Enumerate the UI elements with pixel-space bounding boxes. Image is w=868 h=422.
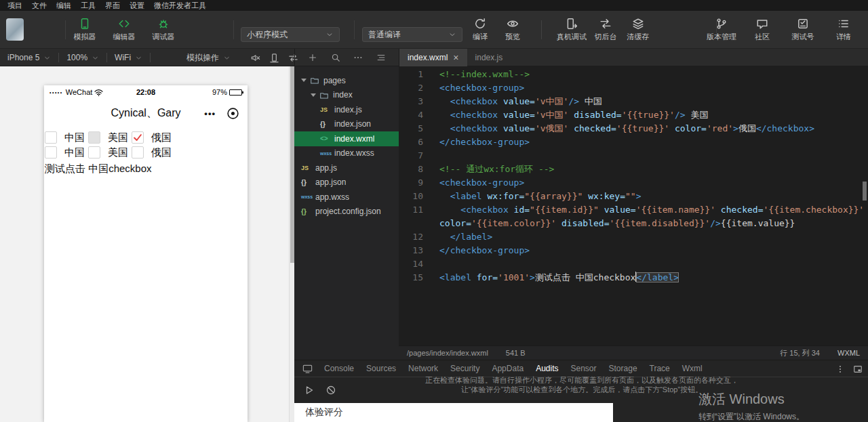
line-content: <checkbox value='v俄国' checked='{{true}}'…: [431, 122, 868, 135]
more-menu-icon[interactable]: •••: [204, 108, 216, 119]
mute-button[interactable]: [250, 53, 260, 63]
code-line-9[interactable]: 9<checkbox-group>: [399, 176, 868, 190]
debugger-label: 调试器: [153, 32, 175, 42]
file-item-index.wxss[interactable]: wxssindex.wxss: [294, 146, 399, 161]
code-line-13[interactable]: 13</checkbox-group>: [399, 244, 868, 257]
outline-button[interactable]: [376, 53, 386, 62]
details-button[interactable]: 详情: [829, 18, 859, 42]
simulator-scrollbar[interactable]: [289, 66, 294, 422]
devtools-tab-appdata[interactable]: AppData: [486, 360, 530, 377]
debugger-button[interactable]: 调试器: [149, 18, 178, 42]
devtools-tab-sensor[interactable]: Sensor: [565, 360, 603, 377]
code-line-14[interactable]: 14: [399, 257, 868, 271]
devtools-tab-security[interactable]: Security: [444, 360, 486, 377]
devtools-tab-sources[interactable]: Sources: [360, 360, 402, 377]
code-line-11[interactable]: 11 <checkbox id="{{item.id}}" value='{{i…: [399, 203, 868, 230]
code-line-10[interactable]: 10 <label wx:for="{{array}}" wx:key="">: [399, 190, 868, 203]
file-item-index.js[interactable]: JSindex.js: [294, 102, 399, 117]
expand-arrow-icon[interactable]: [301, 79, 307, 82]
remote-debug-button[interactable]: 真机调试: [557, 18, 587, 42]
checkbox-item-中国[interactable]: 中国: [45, 131, 88, 144]
checkbox-item-中国[interactable]: 中国: [45, 146, 88, 159]
compile-mode-select[interactable]: 普通编译: [362, 27, 462, 42]
plus-button[interactable]: [308, 53, 317, 62]
checkbox-disabled[interactable]: [88, 131, 100, 144]
inspect-icon[interactable]: [302, 364, 313, 374]
code-line-15[interactable]: 15<label for='1001'>测试点击 中国checkbox</lab…: [399, 271, 868, 284]
zoom-select[interactable]: 100%: [60, 49, 105, 66]
file-item-app.json[interactable]: {}app.json: [294, 175, 399, 190]
kebab-menu-icon[interactable]: [835, 364, 845, 374]
simulate-select[interactable]: 模拟操作: [180, 49, 237, 66]
to-background-button[interactable]: 切后台: [592, 18, 619, 42]
search-button[interactable]: [331, 53, 340, 62]
device-select[interactable]: iPhone 5: [1, 49, 57, 66]
devtools-tab-network[interactable]: Network: [402, 360, 444, 377]
mode-select[interactable]: 小程序模式: [241, 27, 340, 42]
menu-item-2[interactable]: 文件: [27, 0, 52, 11]
block-icon[interactable]: [326, 385, 336, 396]
devtools-tab-trace[interactable]: Trace: [644, 360, 676, 377]
code-line-7[interactable]: 7: [399, 149, 868, 163]
checkbox-item-俄国[interactable]: 俄国: [132, 131, 175, 144]
file-item-index.json[interactable]: {}index.json: [294, 117, 399, 132]
compile-button[interactable]: 编译: [467, 18, 494, 42]
tab-index.js[interactable]: index.js: [467, 49, 511, 66]
menu-item-6[interactable]: 设置: [125, 0, 149, 11]
code-line-8[interactable]: 8<!-- 通过wx:for循环 -->: [399, 163, 868, 176]
file-item-project.config.json[interactable]: {}project.config.json: [294, 205, 399, 219]
menu-item-5[interactable]: 界面: [100, 0, 125, 11]
code-line-4[interactable]: 4 <checkbox value='v中国' disabled='{{true…: [399, 108, 868, 122]
file-item-index.wxml[interactable]: <>index.wxml: [294, 131, 399, 146]
community-button[interactable]: 社区: [747, 18, 777, 42]
code-line-12[interactable]: 12 </label>: [399, 230, 868, 244]
menu-item-7[interactable]: 微信开发者工具: [149, 0, 211, 11]
simulator-button[interactable]: 模拟器: [70, 18, 100, 42]
tab-index.wxml[interactable]: index.wxml×: [399, 49, 467, 66]
checkbox-item-美国[interactable]: 美国: [88, 131, 132, 144]
file-item-app.wxss[interactable]: wxssapp.wxss: [294, 190, 399, 205]
preview-button[interactable]: 预览: [499, 18, 526, 42]
close-tab-icon[interactable]: ×: [453, 53, 458, 62]
file-item-pages[interactable]: pages: [294, 73, 399, 88]
test-caption[interactable]: 测试点击 中国checkbox: [44, 160, 248, 175]
clear-cache-button[interactable]: 清缓存: [625, 18, 652, 42]
checkbox-unchecked[interactable]: [45, 146, 57, 159]
code-line-2[interactable]: 2<checkbox-group>: [399, 81, 868, 95]
code-line-5[interactable]: 5 <checkbox value='v俄国' checked='{{true}…: [399, 122, 868, 135]
rotate-button[interactable]: [269, 53, 279, 63]
more-button[interactable]: [353, 53, 363, 62]
run-audit-icon[interactable]: [304, 385, 315, 396]
devtools-tab-wxml[interactable]: Wxml: [676, 360, 709, 377]
code-line-6[interactable]: 6</checkbox-group>: [399, 135, 868, 149]
devtools-tab-audits[interactable]: Audits: [530, 360, 564, 377]
checkbox-unchecked[interactable]: [132, 146, 144, 159]
menu-item-4[interactable]: 工具: [76, 0, 100, 11]
dock-side-icon[interactable]: [853, 364, 863, 374]
test-account-button[interactable]: 测试号: [788, 18, 818, 42]
home-circle-icon[interactable]: [226, 107, 239, 120]
menu-item-1[interactable]: 项目: [3, 0, 27, 11]
expand-arrow-icon[interactable]: [311, 93, 316, 97]
editor-scrollbar[interactable]: [863, 182, 867, 201]
network-select[interactable]: WiFi: [108, 49, 149, 66]
menu-item-3[interactable]: 编辑: [52, 0, 76, 11]
checkbox-item-美国[interactable]: 美国: [88, 146, 132, 159]
code-line-1[interactable]: 1<!--index.wxml-->: [399, 68, 868, 81]
checkbox-row-2: 中国美国俄国: [45, 145, 248, 160]
devtools-tab-console[interactable]: Console: [318, 360, 360, 377]
code-editor[interactable]: 1<!--index.wxml-->2<checkbox-group>3 <ch…: [399, 66, 868, 345]
checkbox-unchecked[interactable]: [88, 146, 100, 159]
devtools-tab-storage[interactable]: Storage: [603, 360, 644, 377]
simulator-panel: ••••• WeChat 22:08 97% Cynical、Gary ••• …: [0, 66, 289, 422]
language-mode[interactable]: WXML: [837, 349, 860, 357]
file-item-index[interactable]: index: [294, 88, 399, 103]
file-item-app.js[interactable]: JSapp.js: [294, 161, 399, 175]
checkbox-checked[interactable]: [132, 131, 144, 144]
code-line-3[interactable]: 3 <checkbox value='v中国'/> 中国: [399, 95, 868, 108]
checkbox-item-俄国[interactable]: 俄国: [132, 146, 175, 159]
checkbox-unchecked[interactable]: [45, 131, 57, 144]
version-control-button[interactable]: 版本管理: [707, 18, 736, 42]
user-avatar[interactable]: [6, 18, 24, 41]
editor-button[interactable]: 编辑器: [109, 18, 139, 42]
